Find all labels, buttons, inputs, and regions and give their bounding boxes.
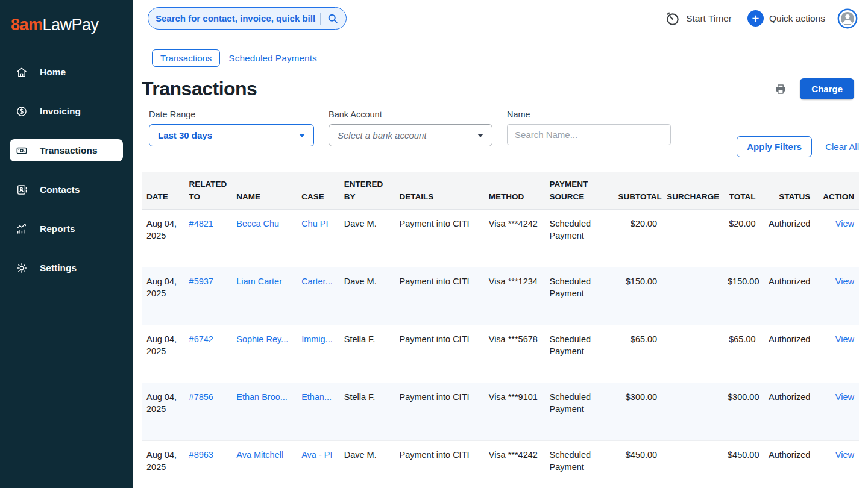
- cell-case: Immig...: [297, 325, 339, 383]
- cell-method: Visa ***9101: [484, 383, 545, 440]
- case-link[interactable]: Chu PI: [301, 219, 328, 228]
- charge-button[interactable]: Charge: [800, 78, 854, 99]
- cell-status: Authorized: [761, 440, 816, 488]
- cell-name: Ethan Broo...: [231, 383, 297, 440]
- related-to-link[interactable]: #4821: [189, 219, 213, 228]
- chart-icon: [16, 223, 28, 235]
- tab-transactions[interactable]: Transactions: [152, 49, 220, 67]
- col-payment-source: PAYMENT SOURCE: [545, 172, 614, 209]
- cell-action: View: [815, 325, 859, 383]
- related-to-link[interactable]: #5937: [189, 277, 213, 286]
- quick-actions-label: Quick actions: [769, 13, 825, 24]
- cell-method: Visa ***4242: [484, 440, 545, 488]
- cell-total: $150.00: [723, 267, 761, 325]
- title-row: Transactions Charge: [142, 78, 859, 100]
- gear-icon: [16, 262, 28, 274]
- table-row: Aug 04, 2025 #6742 Sophie Rey... Immig..…: [142, 325, 859, 383]
- cell-date: Aug 04, 2025: [142, 325, 184, 383]
- cell-total: $20.00: [723, 209, 761, 267]
- contact-name-link[interactable]: Sophie Rey...: [236, 334, 288, 344]
- sidebar-item-settings[interactable]: Settings: [10, 257, 123, 279]
- filters-section: Date Range Last 30 days Bank Account Sel…: [142, 110, 859, 157]
- bank-account-field: Bank Account Select a bank account: [329, 110, 492, 146]
- col-total: TOTAL: [723, 172, 761, 209]
- global-search-input[interactable]: Search for contact, invoice, quick bill.…: [148, 7, 347, 30]
- cell-action: View: [815, 209, 859, 267]
- cell-entered-by: Dave M.: [339, 267, 395, 325]
- sidebar-item-transactions[interactable]: Transactions: [10, 139, 123, 161]
- table-row: Aug 04, 2025 #8963 Ava Mitchell Ava - PI…: [142, 440, 859, 488]
- cell-action: View: [815, 383, 859, 440]
- cell-subtotal: $300.00: [614, 383, 662, 440]
- sidebar-item-home[interactable]: Home: [10, 61, 123, 83]
- chevron-down-icon: [299, 134, 305, 137]
- cell-action: View: [815, 267, 859, 325]
- timer-icon: [665, 11, 681, 27]
- view-link[interactable]: View: [835, 392, 854, 402]
- chevron-down-icon: [477, 134, 483, 137]
- dollar-circle-icon: [16, 105, 28, 117]
- contact-name-link[interactable]: Becca Chu: [236, 219, 279, 228]
- contact-name-link[interactable]: Liam Carter: [236, 277, 282, 286]
- start-timer-button[interactable]: Start Timer: [665, 11, 732, 27]
- tab-scheduled-payments[interactable]: Scheduled Payments: [228, 53, 316, 64]
- view-link[interactable]: View: [835, 334, 854, 344]
- clear-all-link[interactable]: Clear All: [825, 142, 859, 152]
- name-search-input[interactable]: [507, 124, 671, 145]
- name-field: Name: [507, 110, 671, 146]
- main-content: Search for contact, invoice, quick bill.…: [133, 0, 868, 488]
- contact-name-link[interactable]: Ethan Broo...: [236, 392, 288, 402]
- col-case: CASE: [297, 172, 339, 209]
- cell-details: Payment into CITI: [394, 267, 483, 325]
- cell-related-to: #7856: [184, 383, 232, 440]
- print-button[interactable]: [775, 83, 787, 95]
- related-to-link[interactable]: #7856: [189, 392, 213, 402]
- cell-name: Ava Mitchell: [231, 440, 297, 488]
- case-link[interactable]: Ava - PI: [301, 450, 332, 460]
- title-actions: Charge: [775, 78, 859, 99]
- case-link[interactable]: Immig...: [301, 334, 333, 344]
- cell-date: Aug 04, 2025: [142, 209, 184, 267]
- search-icon[interactable]: [327, 13, 339, 25]
- cell-total: $65.00: [723, 325, 761, 383]
- sidebar-item-reports[interactable]: Reports: [10, 217, 123, 240]
- cell-name: Liam Carter: [231, 267, 297, 325]
- col-date: DATE: [142, 172, 184, 209]
- topbar: Search for contact, invoice, quick bill.…: [142, 7, 859, 30]
- bank-account-select[interactable]: Select a bank account: [329, 124, 492, 146]
- cell-surcharge: [662, 383, 723, 440]
- cell-subtotal: $450.00: [614, 440, 662, 488]
- view-link[interactable]: View: [835, 450, 854, 460]
- cell-surcharge: [662, 325, 723, 383]
- contact-card-icon: [16, 184, 28, 196]
- cell-payment-source: Scheduled Payment: [545, 325, 614, 383]
- date-range-value: Last 30 days: [158, 130, 212, 140]
- sidebar-item-invoicing[interactable]: Invoicing: [10, 100, 123, 122]
- table-row: Aug 04, 2025 #4821 Becca Chu Chu PI Dave…: [142, 209, 859, 267]
- view-link[interactable]: View: [835, 219, 854, 228]
- case-link[interactable]: Ethan...: [301, 392, 332, 402]
- related-to-link[interactable]: #8963: [189, 450, 213, 460]
- cell-method: Visa ***1234: [484, 267, 545, 325]
- sidebar-item-label: Home: [40, 67, 66, 78]
- plus-icon: +: [747, 10, 764, 27]
- apply-filters-button[interactable]: Apply Filters: [737, 136, 812, 157]
- quick-actions-button[interactable]: + Quick actions: [747, 10, 825, 27]
- user-avatar[interactable]: [837, 8, 858, 29]
- col-entered-by: ENTERED BY: [339, 172, 395, 209]
- view-link[interactable]: View: [835, 277, 854, 286]
- cell-action: View: [815, 440, 859, 488]
- col-action: ACTION: [815, 172, 859, 209]
- page-title: Transactions: [142, 78, 257, 100]
- cell-case: Ethan...: [297, 383, 339, 440]
- cell-status: Authorized: [761, 325, 816, 383]
- sidebar-item-contacts[interactable]: Contacts: [10, 178, 123, 201]
- case-link[interactable]: Carter...: [301, 277, 333, 286]
- home-icon: [16, 66, 28, 78]
- cell-surcharge: [662, 209, 723, 267]
- cell-case: Chu PI: [297, 209, 339, 267]
- date-range-select[interactable]: Last 30 days: [149, 124, 314, 146]
- contact-name-link[interactable]: Ava Mitchell: [236, 450, 283, 460]
- related-to-link[interactable]: #6742: [189, 334, 213, 344]
- sidebar-item-label: Reports: [40, 224, 75, 234]
